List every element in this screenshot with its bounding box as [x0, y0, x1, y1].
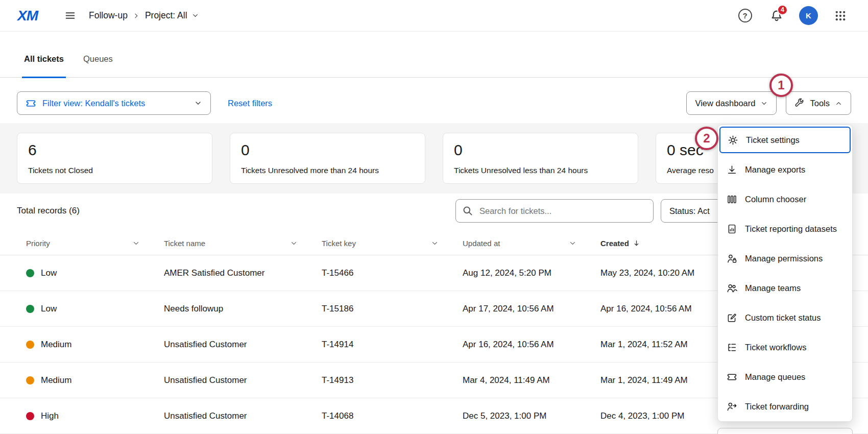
total-records-label: Total records (6): [17, 206, 80, 216]
ticket-key: T-14913: [322, 375, 463, 385]
reset-filters-link[interactable]: Reset filters: [228, 99, 272, 108]
priority-dot: [26, 305, 34, 313]
view-dashboard-button[interactable]: View dashboard: [686, 91, 777, 115]
menu-item-manage-queues[interactable]: Manage queues: [718, 362, 852, 392]
ticket-name: AMER Satisfied Customer: [164, 268, 322, 278]
apps-grid-icon: [834, 10, 847, 22]
priority-dot: [26, 341, 34, 349]
notification-badge: 4: [777, 5, 788, 15]
column-header-ticket-name[interactable]: Ticket name: [164, 232, 322, 255]
breadcrumb-project-selector[interactable]: Project: All: [145, 10, 199, 21]
tab-all-tickets[interactable]: All tickets: [24, 54, 64, 77]
menu-item-custom-ticket-status[interactable]: Custom ticket status: [718, 303, 852, 332]
help-button[interactable]: ?: [736, 7, 754, 25]
menu-item-ticket-forwarding[interactable]: Ticket forwarding: [718, 392, 852, 421]
stat-label: Tickets Unresolved more than 24 hours: [241, 166, 414, 175]
notifications-button[interactable]: 4: [767, 7, 786, 25]
priority-dot: [26, 412, 34, 420]
menu-item-ticket-reporting-datasets[interactable]: Ticket reporting datasets: [718, 214, 852, 244]
tools-button[interactable]: Tools: [786, 91, 851, 115]
search-icon: [462, 205, 473, 216]
updated-at: Mar 4, 2024, 11:49 AM: [463, 375, 600, 385]
chevron-down-icon: [291, 240, 297, 247]
chevron-down-icon: [569, 240, 576, 247]
filter-view-dropdown[interactable]: Filter view: Kendall's tickets: [17, 91, 211, 115]
column-header-updated-at[interactable]: Updated at: [463, 232, 600, 255]
breadcrumb-project-label: Project: All: [145, 10, 187, 21]
ticket-key: T-14068: [322, 411, 463, 421]
hamburger-icon: [65, 10, 76, 21]
download-icon: [727, 164, 737, 175]
menu-item-manage-permissions[interactable]: Manage permissions: [718, 244, 852, 273]
tools-dropdown-menu: Ticket settings Manage exports Column ch…: [717, 125, 853, 422]
updated-at: Dec 5, 2023, 1:00 PM: [463, 411, 600, 421]
ticket-key: T-14914: [322, 340, 463, 350]
ticket-icon: [727, 372, 737, 382]
priority-label: Low: [41, 304, 57, 314]
user-avatar[interactable]: K: [799, 6, 818, 25]
stat-value: 6: [28, 141, 201, 159]
apps-grid-button[interactable]: [831, 7, 850, 25]
priority-label: Medium: [41, 340, 71, 350]
wrench-icon: [794, 98, 805, 108]
people-icon: [727, 283, 737, 294]
help-icon: ?: [738, 9, 752, 22]
stat-card-unresolved-less-24h: 0 Tickets Unresolved less than 24 hours: [443, 133, 638, 184]
view-dashboard-label: View dashboard: [695, 99, 755, 108]
top-bar-actions: ? 4 K: [736, 6, 850, 25]
breadcrumb-section[interactable]: Follow-up: [89, 10, 128, 21]
gear-icon: [728, 135, 738, 146]
priority-label: Medium: [41, 375, 71, 385]
menu-item-column-chooser[interactable]: Column chooser: [718, 184, 852, 214]
chevron-up-icon: [835, 100, 842, 107]
column-header-ticket-key[interactable]: Ticket key: [322, 232, 463, 255]
ticket-key: T-15466: [322, 268, 463, 278]
ticket-name: Unsatisfied Customer: [164, 411, 322, 421]
partial-panel: [717, 428, 853, 434]
ticket-name: Unsatisfied Customer: [164, 340, 322, 350]
sort-desc-icon: [633, 239, 640, 247]
person-arrow-icon: [727, 401, 737, 412]
person-lock-icon: [727, 253, 737, 264]
menu-item-ticket-workflows[interactable]: Ticket workflows: [718, 332, 852, 362]
hamburger-menu-button[interactable]: [61, 7, 79, 25]
chevron-down-icon: [431, 240, 438, 247]
stat-card-not-closed: 6 Tickets not Closed: [17, 133, 212, 184]
priority-label: Low: [41, 268, 57, 278]
filter-toolbar: Filter view: Kendall's tickets Reset fil…: [17, 91, 851, 115]
ticket-icon: [26, 98, 36, 109]
priority-label: High: [41, 411, 59, 421]
breadcrumb: Follow-up Project: All: [89, 10, 199, 21]
tools-label: Tools: [810, 99, 830, 108]
menu-item-manage-teams[interactable]: Manage teams: [718, 273, 852, 303]
menu-item-ticket-settings[interactable]: Ticket settings: [719, 127, 851, 153]
search-field-wrap: [455, 199, 654, 223]
edit-icon: [727, 312, 737, 323]
chevron-down-icon: [194, 99, 202, 107]
ticket-name: Needs followup: [164, 304, 322, 314]
stat-label: Tickets Unresolved less than 24 hours: [454, 166, 627, 175]
priority-dot: [26, 269, 34, 277]
column-header-priority[interactable]: Priority: [26, 232, 164, 255]
updated-at: Apr 16, 2024, 10:56 AM: [463, 340, 600, 350]
updated-at: Aug 12, 2024, 5:20 PM: [463, 268, 600, 278]
top-bar: XM Follow-up Project: All ? 4 K: [0, 0, 868, 32]
chevron-down-icon: [191, 12, 199, 19]
menu-item-manage-exports[interactable]: Manage exports: [718, 155, 852, 184]
search-input[interactable]: [455, 199, 654, 223]
report-icon: [727, 224, 737, 234]
step-annotation-1: 1: [769, 74, 793, 97]
xm-logo: XM: [17, 8, 38, 24]
step-annotation-2: 2: [695, 127, 718, 150]
chevron-right-icon: [133, 12, 140, 19]
columns-icon: [727, 194, 737, 205]
stat-label: Tickets not Closed: [28, 166, 201, 175]
stat-value: 0: [241, 141, 414, 159]
stat-card-unresolved-more-24h: 0 Tickets Unresolved more than 24 hours: [230, 133, 425, 184]
priority-dot: [26, 376, 34, 384]
ticket-key: T-15186: [322, 304, 463, 314]
workflow-icon: [727, 342, 737, 353]
chevron-down-icon: [760, 100, 768, 107]
tab-queues[interactable]: Queues: [83, 54, 113, 77]
status-filter-label: Status: Act: [669, 206, 710, 216]
